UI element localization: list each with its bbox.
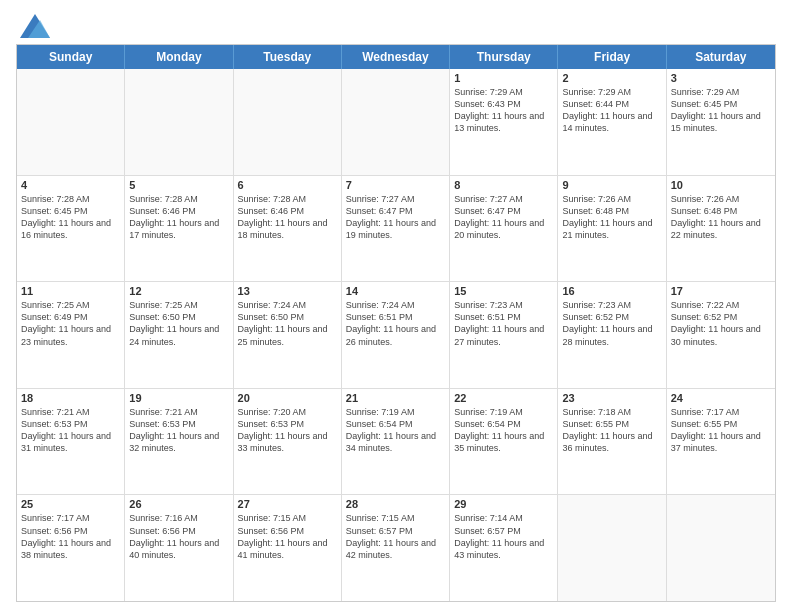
cal-cell [558, 495, 666, 601]
day-info: Sunrise: 7:27 AMSunset: 6:47 PMDaylight:… [454, 193, 553, 242]
day-info: Sunrise: 7:22 AMSunset: 6:52 PMDaylight:… [671, 299, 771, 348]
calendar: SundayMondayTuesdayWednesdayThursdayFrid… [16, 44, 776, 602]
cal-week-0: 1Sunrise: 7:29 AMSunset: 6:43 PMDaylight… [17, 69, 775, 175]
day-number: 27 [238, 498, 337, 510]
day-number: 18 [21, 392, 120, 404]
day-number: 23 [562, 392, 661, 404]
cal-cell [234, 69, 342, 175]
day-number: 17 [671, 285, 771, 297]
cal-cell: 4Sunrise: 7:28 AMSunset: 6:45 PMDaylight… [17, 176, 125, 282]
cal-cell: 7Sunrise: 7:27 AMSunset: 6:47 PMDaylight… [342, 176, 450, 282]
day-info: Sunrise: 7:17 AMSunset: 6:56 PMDaylight:… [21, 512, 120, 561]
cal-header-saturday: Saturday [667, 45, 775, 69]
cal-header-monday: Monday [125, 45, 233, 69]
day-number: 14 [346, 285, 445, 297]
cal-cell: 26Sunrise: 7:16 AMSunset: 6:56 PMDayligh… [125, 495, 233, 601]
day-number: 6 [238, 179, 337, 191]
cal-cell: 3Sunrise: 7:29 AMSunset: 6:45 PMDaylight… [667, 69, 775, 175]
day-info: Sunrise: 7:16 AMSunset: 6:56 PMDaylight:… [129, 512, 228, 561]
day-number: 13 [238, 285, 337, 297]
day-info: Sunrise: 7:29 AMSunset: 6:43 PMDaylight:… [454, 86, 553, 135]
cal-cell: 23Sunrise: 7:18 AMSunset: 6:55 PMDayligh… [558, 389, 666, 495]
day-number: 8 [454, 179, 553, 191]
cal-cell: 9Sunrise: 7:26 AMSunset: 6:48 PMDaylight… [558, 176, 666, 282]
day-number: 11 [21, 285, 120, 297]
cal-cell: 27Sunrise: 7:15 AMSunset: 6:56 PMDayligh… [234, 495, 342, 601]
day-number: 20 [238, 392, 337, 404]
day-number: 26 [129, 498, 228, 510]
day-info: Sunrise: 7:26 AMSunset: 6:48 PMDaylight:… [562, 193, 661, 242]
calendar-header-row: SundayMondayTuesdayWednesdayThursdayFrid… [17, 45, 775, 69]
cal-cell: 19Sunrise: 7:21 AMSunset: 6:53 PMDayligh… [125, 389, 233, 495]
day-info: Sunrise: 7:25 AMSunset: 6:49 PMDaylight:… [21, 299, 120, 348]
cal-cell: 8Sunrise: 7:27 AMSunset: 6:47 PMDaylight… [450, 176, 558, 282]
day-number: 2 [562, 72, 661, 84]
cal-cell: 10Sunrise: 7:26 AMSunset: 6:48 PMDayligh… [667, 176, 775, 282]
cal-cell: 20Sunrise: 7:20 AMSunset: 6:53 PMDayligh… [234, 389, 342, 495]
day-info: Sunrise: 7:19 AMSunset: 6:54 PMDaylight:… [346, 406, 445, 455]
cal-week-4: 25Sunrise: 7:17 AMSunset: 6:56 PMDayligh… [17, 494, 775, 601]
day-info: Sunrise: 7:17 AMSunset: 6:55 PMDaylight:… [671, 406, 771, 455]
day-info: Sunrise: 7:24 AMSunset: 6:50 PMDaylight:… [238, 299, 337, 348]
day-info: Sunrise: 7:23 AMSunset: 6:51 PMDaylight:… [454, 299, 553, 348]
day-info: Sunrise: 7:29 AMSunset: 6:45 PMDaylight:… [671, 86, 771, 135]
day-number: 25 [21, 498, 120, 510]
cal-header-sunday: Sunday [17, 45, 125, 69]
day-info: Sunrise: 7:19 AMSunset: 6:54 PMDaylight:… [454, 406, 553, 455]
day-info: Sunrise: 7:14 AMSunset: 6:57 PMDaylight:… [454, 512, 553, 561]
day-number: 24 [671, 392, 771, 404]
day-info: Sunrise: 7:29 AMSunset: 6:44 PMDaylight:… [562, 86, 661, 135]
day-info: Sunrise: 7:21 AMSunset: 6:53 PMDaylight:… [129, 406, 228, 455]
cal-week-3: 18Sunrise: 7:21 AMSunset: 6:53 PMDayligh… [17, 388, 775, 495]
cal-cell: 15Sunrise: 7:23 AMSunset: 6:51 PMDayligh… [450, 282, 558, 388]
cal-header-thursday: Thursday [450, 45, 558, 69]
cal-cell: 14Sunrise: 7:24 AMSunset: 6:51 PMDayligh… [342, 282, 450, 388]
day-info: Sunrise: 7:28 AMSunset: 6:45 PMDaylight:… [21, 193, 120, 242]
day-number: 28 [346, 498, 445, 510]
day-info: Sunrise: 7:20 AMSunset: 6:53 PMDaylight:… [238, 406, 337, 455]
cal-cell: 24Sunrise: 7:17 AMSunset: 6:55 PMDayligh… [667, 389, 775, 495]
day-info: Sunrise: 7:26 AMSunset: 6:48 PMDaylight:… [671, 193, 771, 242]
cal-cell: 22Sunrise: 7:19 AMSunset: 6:54 PMDayligh… [450, 389, 558, 495]
cal-cell: 29Sunrise: 7:14 AMSunset: 6:57 PMDayligh… [450, 495, 558, 601]
cal-cell: 25Sunrise: 7:17 AMSunset: 6:56 PMDayligh… [17, 495, 125, 601]
cal-header-friday: Friday [558, 45, 666, 69]
day-info: Sunrise: 7:21 AMSunset: 6:53 PMDaylight:… [21, 406, 120, 455]
day-number: 21 [346, 392, 445, 404]
cal-week-1: 4Sunrise: 7:28 AMSunset: 6:45 PMDaylight… [17, 175, 775, 282]
day-info: Sunrise: 7:28 AMSunset: 6:46 PMDaylight:… [238, 193, 337, 242]
cal-cell [667, 495, 775, 601]
day-number: 12 [129, 285, 228, 297]
cal-cell: 13Sunrise: 7:24 AMSunset: 6:50 PMDayligh… [234, 282, 342, 388]
day-number: 22 [454, 392, 553, 404]
day-info: Sunrise: 7:18 AMSunset: 6:55 PMDaylight:… [562, 406, 661, 455]
day-info: Sunrise: 7:23 AMSunset: 6:52 PMDaylight:… [562, 299, 661, 348]
cal-week-2: 11Sunrise: 7:25 AMSunset: 6:49 PMDayligh… [17, 281, 775, 388]
cal-cell: 5Sunrise: 7:28 AMSunset: 6:46 PMDaylight… [125, 176, 233, 282]
day-number: 19 [129, 392, 228, 404]
day-number: 29 [454, 498, 553, 510]
cal-cell: 12Sunrise: 7:25 AMSunset: 6:50 PMDayligh… [125, 282, 233, 388]
cal-cell: 17Sunrise: 7:22 AMSunset: 6:52 PMDayligh… [667, 282, 775, 388]
cal-cell [342, 69, 450, 175]
day-number: 10 [671, 179, 771, 191]
cal-cell [17, 69, 125, 175]
logo-icon [20, 10, 50, 40]
day-number: 1 [454, 72, 553, 84]
cal-cell: 11Sunrise: 7:25 AMSunset: 6:49 PMDayligh… [17, 282, 125, 388]
header [16, 12, 776, 40]
cal-cell: 18Sunrise: 7:21 AMSunset: 6:53 PMDayligh… [17, 389, 125, 495]
day-info: Sunrise: 7:15 AMSunset: 6:57 PMDaylight:… [346, 512, 445, 561]
cal-cell [125, 69, 233, 175]
day-number: 5 [129, 179, 228, 191]
calendar-body: 1Sunrise: 7:29 AMSunset: 6:43 PMDaylight… [17, 69, 775, 601]
day-number: 4 [21, 179, 120, 191]
cal-cell: 1Sunrise: 7:29 AMSunset: 6:43 PMDaylight… [450, 69, 558, 175]
day-info: Sunrise: 7:28 AMSunset: 6:46 PMDaylight:… [129, 193, 228, 242]
cal-header-wednesday: Wednesday [342, 45, 450, 69]
page: SundayMondayTuesdayWednesdayThursdayFrid… [0, 0, 792, 612]
cal-header-tuesday: Tuesday [234, 45, 342, 69]
day-number: 15 [454, 285, 553, 297]
day-number: 3 [671, 72, 771, 84]
logo [16, 14, 50, 40]
